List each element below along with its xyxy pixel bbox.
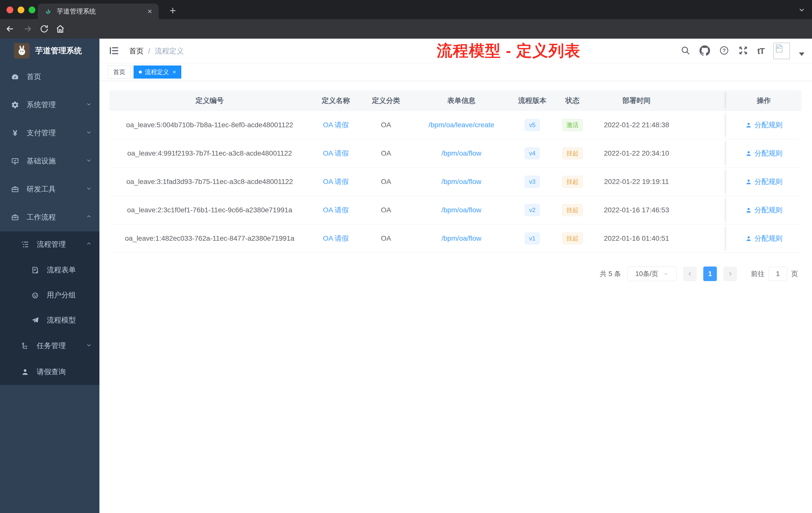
window-minimize-button[interactable] — [18, 6, 24, 13]
tag-label: 首页 — [113, 68, 125, 76]
goto-page-input[interactable] — [768, 267, 787, 281]
tag-close-icon[interactable]: × — [173, 69, 176, 75]
prev-page-button[interactable] — [683, 267, 697, 281]
sidebar-item-label: 请假查询 — [37, 367, 66, 377]
home-icon[interactable] — [54, 23, 66, 35]
new-tab-button[interactable]: + — [166, 3, 180, 18]
avatar-broken-image[interactable] — [773, 43, 790, 59]
briefcase-icon — [11, 213, 19, 221]
definition-id: oa_leave:4:991f2193-7b7f-11ec-a3c8-acde4… — [109, 149, 310, 157]
document-edit-icon — [31, 266, 39, 274]
definition-name-link[interactable]: OA 请假 — [323, 234, 349, 242]
form-link[interactable]: /bpm/oa/flow — [441, 178, 481, 185]
paper-plane-icon — [31, 316, 39, 324]
pagination: 共 5 条 10条/页 1 前往 页 — [600, 267, 798, 281]
breadcrumb-current: 流程定义 — [155, 46, 184, 56]
window-controls — [6, 6, 35, 13]
deploy-time: 2022-01-22 20:34:10 — [592, 149, 680, 157]
table-row: oa_leave:4:991f2193-7b7f-11ec-a3c8-acde4… — [109, 139, 802, 168]
version-badge: v1 — [525, 233, 540, 244]
sidebar-item-system[interactable]: 系统管理 — [0, 91, 99, 119]
github-icon[interactable] — [699, 45, 710, 57]
chevron-down-icon — [85, 157, 92, 165]
col-header-category: 定义分类 — [361, 96, 410, 105]
definition-name-link[interactable]: OA 请假 — [323, 149, 349, 157]
sidebar-menu: 首页 系统管理 ¥ 支付管理 — [0, 63, 99, 385]
col-header-name: 定义名称 — [310, 96, 361, 105]
definition-name-link[interactable]: OA 请假 — [323, 206, 349, 214]
version-badge: v5 — [525, 119, 540, 131]
svg-text:?: ? — [723, 48, 726, 53]
col-header-version: 流程版本 — [512, 96, 552, 105]
definition-name-link[interactable]: OA 请假 — [323, 178, 349, 185]
sidebar-item-label: 流程管理 — [37, 239, 66, 249]
assign-rule-button[interactable]: 分配规则 — [745, 149, 783, 158]
current-page-button[interactable]: 1 — [703, 267, 717, 281]
sidebar-item-infrastructure[interactable]: 基础设施 — [0, 147, 99, 175]
form-link[interactable]: /bpm/oa/flow — [441, 206, 481, 214]
definition-category: OA — [361, 234, 410, 242]
definition-table: 定义编号 定义名称 定义分类 表单信息 流程版本 状态 部署时间 操作 oa_l… — [109, 90, 802, 253]
yuan-icon: ¥ — [11, 128, 19, 138]
sidebar-item-process-model[interactable]: 流程模型 — [0, 308, 99, 333]
font-size-icon[interactable]: tT — [757, 46, 764, 56]
status-badge: 挂起 — [562, 233, 583, 244]
table-row: oa_leave:5:004b710b-7b8a-11ec-8ef0-acde4… — [109, 111, 802, 139]
form-link[interactable]: /bpm/oa/flow — [441, 149, 481, 157]
reload-icon[interactable] — [38, 23, 50, 35]
sidebar-item-leave-query[interactable]: 请假查询 — [0, 359, 99, 385]
browser-tabstrip: 芋道管理系统 × + — [0, 0, 812, 19]
sidebar-item-workflow[interactable]: 工作流程 — [0, 203, 99, 232]
assign-rule-button[interactable]: 分配规则 — [745, 177, 783, 186]
sidebar-item-label: 系统管理 — [27, 100, 56, 110]
col-header-id: 定义编号 — [109, 96, 310, 105]
tab-search-chevron-icon[interactable] — [798, 6, 806, 14]
sidebar-item-process-management[interactable]: 流程管理 — [0, 232, 99, 258]
avatar-caret-icon[interactable] — [799, 53, 805, 56]
breadcrumb-home[interactable]: 首页 — [129, 46, 144, 56]
assign-rule-button[interactable]: 分配规则 — [745, 120, 783, 130]
help-icon[interactable]: ? — [719, 46, 729, 57]
version-badge: v2 — [525, 204, 540, 216]
definition-name-link[interactable]: OA 请假 — [323, 121, 349, 129]
tag-process-definition[interactable]: 流程定义 × — [134, 65, 181, 79]
sidebar-item-devtools[interactable]: 研发工具 — [0, 175, 99, 203]
tab-close-icon[interactable]: × — [147, 7, 152, 15]
active-dot-icon — [139, 70, 142, 73]
search-icon[interactable] — [680, 46, 691, 57]
page-size-select[interactable]: 10条/页 — [628, 267, 677, 281]
fullscreen-icon[interactable] — [738, 46, 748, 57]
assign-rule-button[interactable]: 分配规则 — [745, 234, 783, 243]
app-logo-avatar — [14, 43, 30, 58]
chevron-left-icon — [687, 271, 693, 277]
goto-label: 前往 — [751, 269, 764, 278]
tree-list-icon — [21, 240, 29, 248]
deploy-time: 2022-01-22 19:19:11 — [592, 178, 680, 186]
sidebar-item-user-group[interactable]: 用户分组 — [0, 282, 99, 308]
window-close-button[interactable] — [6, 6, 13, 13]
sidebar-item-process-form[interactable]: 流程表单 — [0, 258, 99, 282]
forward-icon[interactable] — [22, 23, 34, 35]
hamburger-icon[interactable] — [109, 45, 119, 57]
browser-tab[interactable]: 芋道管理系统 × — [38, 3, 159, 19]
definition-id: oa_leave:2:3c1f0ef1-76b1-11ec-9c66-a2380… — [109, 206, 310, 214]
sidebar-logo[interactable]: 芋道管理系统 — [0, 39, 99, 63]
sidebar-item-payment[interactable]: ¥ 支付管理 — [0, 119, 99, 147]
back-icon[interactable] — [4, 23, 16, 35]
select-chevron-icon — [663, 271, 669, 277]
tags-bar: 首页 流程定义 × — [99, 63, 812, 81]
dashboard-icon — [11, 73, 19, 81]
sidebar-item-home[interactable]: 首页 — [0, 63, 99, 91]
definition-id: oa_leave:3:1fad3d93-7b75-11ec-a3c8-acde4… — [109, 178, 310, 186]
sidebar-item-task-management[interactable]: 任务管理 — [0, 333, 99, 359]
version-badge: v3 — [525, 176, 540, 188]
form-link[interactable]: /bpm/oa/leave/create — [429, 121, 494, 129]
breadcrumb-separator: / — [148, 47, 150, 56]
assign-rule-button[interactable]: 分配规则 — [745, 205, 783, 215]
org-flow-icon — [21, 342, 29, 350]
status-badge: 激活 — [562, 119, 583, 131]
window-zoom-button[interactable] — [29, 6, 35, 13]
next-page-button[interactable] — [723, 267, 737, 281]
form-link[interactable]: /bpm/oa/flow — [441, 234, 481, 242]
tag-home[interactable]: 首页 — [108, 65, 130, 79]
